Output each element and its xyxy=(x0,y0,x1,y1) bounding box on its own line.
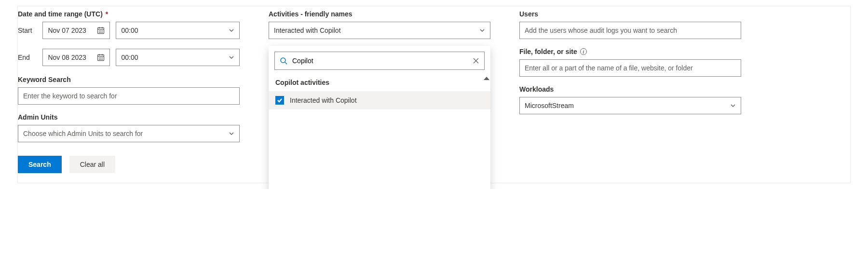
chevron-down-icon xyxy=(730,103,736,109)
chevron-down-icon xyxy=(229,131,234,136)
start-row: Start Nov 07 2023 00:00 xyxy=(18,22,240,39)
date-range-label: Date and time range (UTC) * xyxy=(18,10,240,18)
activities-label: Activities - friendly names xyxy=(269,10,490,18)
action-buttons: Search Clear all xyxy=(18,156,240,173)
chevron-down-icon xyxy=(229,27,234,33)
chevron-down-icon xyxy=(479,27,485,33)
end-label: End xyxy=(18,54,37,61)
workloads-group: Workloads MicrosoftStream xyxy=(519,85,741,114)
admin-units-placeholder: Choose which Admin Units to search for xyxy=(23,130,224,137)
end-date-picker[interactable]: Nov 08 2023 xyxy=(42,49,110,66)
search-button[interactable]: Search xyxy=(18,156,62,173)
workloads-selected-value: MicrosoftStream xyxy=(525,102,725,109)
svg-point-20 xyxy=(281,58,285,63)
users-input[interactable] xyxy=(519,22,741,39)
start-date-value: Nov 07 2023 xyxy=(48,27,92,34)
activities-select[interactable]: Interacted with Copilot xyxy=(269,22,490,39)
activity-option-label: Interacted with Copilot xyxy=(290,96,357,104)
calendar-icon xyxy=(97,27,105,34)
start-label: Start xyxy=(18,27,37,34)
chevron-down-icon xyxy=(229,54,234,60)
file-label: File, folder, or site i xyxy=(519,48,741,55)
activities-dropdown-panel: Copilot activities Interacted with Copil… xyxy=(269,46,490,189)
search-icon xyxy=(280,57,287,65)
checkbox-checked-icon xyxy=(275,96,284,105)
column-users-file-workloads: Users File, folder, or site i Workloads … xyxy=(519,10,741,173)
start-time-value: 00:00 xyxy=(121,27,224,34)
scroll-up-icon[interactable] xyxy=(484,77,489,80)
column-activities: Activities - friendly names Interacted w… xyxy=(269,10,490,173)
svg-line-21 xyxy=(285,62,287,64)
required-asterisk: * xyxy=(106,10,108,18)
clear-all-button[interactable]: Clear all xyxy=(69,156,115,173)
start-time-picker[interactable]: 00:00 xyxy=(116,22,240,39)
users-group: Users xyxy=(519,10,741,39)
clear-icon[interactable] xyxy=(473,57,479,64)
end-row: End Nov 08 2023 00:00 xyxy=(18,49,240,66)
users-label: Users xyxy=(519,10,741,18)
start-date-picker[interactable]: Nov 07 2023 xyxy=(42,22,110,39)
keyword-group: Keyword Search xyxy=(18,76,240,105)
calendar-icon xyxy=(97,54,105,61)
file-input[interactable] xyxy=(519,59,741,77)
file-title: File, folder, or site xyxy=(519,48,577,55)
activity-option-interacted-with-copilot[interactable]: Interacted with Copilot xyxy=(269,91,490,109)
keyword-label: Keyword Search xyxy=(18,76,240,83)
activities-selected-value: Interacted with Copilot xyxy=(274,27,475,34)
keyword-input[interactable] xyxy=(18,87,240,105)
column-date-keyword: Date and time range (UTC) * Start Nov 07… xyxy=(18,10,240,173)
activities-search-input[interactable] xyxy=(292,57,468,65)
activities-group-header: Copilot activities xyxy=(269,77,490,91)
end-date-value: Nov 08 2023 xyxy=(48,54,92,61)
file-group: File, folder, or site i xyxy=(519,48,741,77)
end-time-value: 00:00 xyxy=(121,54,224,61)
end-time-picker[interactable]: 00:00 xyxy=(116,49,240,66)
info-icon[interactable]: i xyxy=(580,48,587,55)
admin-units-label: Admin Units xyxy=(18,113,240,121)
date-range-title: Date and time range (UTC) xyxy=(18,10,103,18)
workloads-select[interactable]: MicrosoftStream xyxy=(519,97,741,114)
activities-search-wrap[interactable] xyxy=(274,52,485,70)
admin-units-group: Admin Units Choose which Admin Units to … xyxy=(18,113,240,142)
workloads-label: Workloads xyxy=(519,85,741,93)
admin-units-select[interactable]: Choose which Admin Units to search for xyxy=(18,125,240,142)
activities-options-scroll: Copilot activities Interacted with Copil… xyxy=(269,77,490,189)
search-filters-panel: Date and time range (UTC) * Start Nov 07… xyxy=(17,6,851,183)
